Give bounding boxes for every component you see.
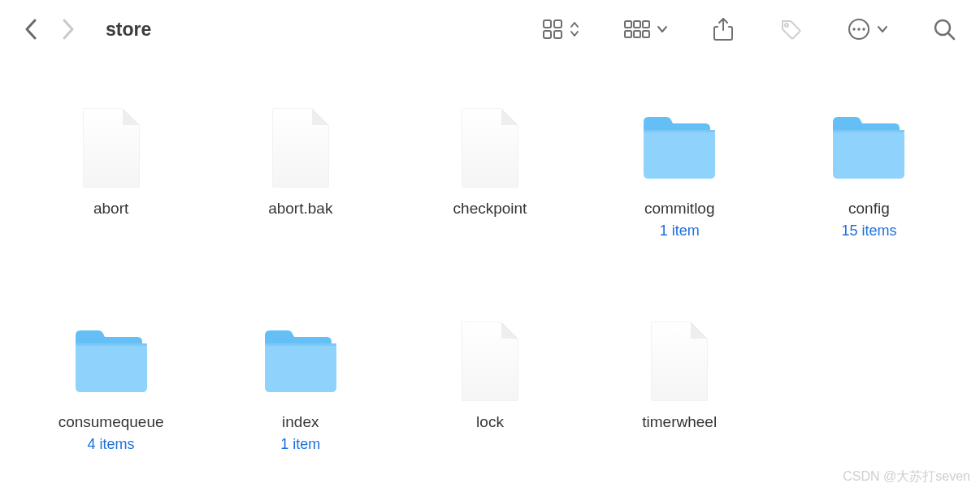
toolbar-controls — [542, 17, 956, 41]
svg-point-13 — [857, 28, 860, 30]
folder-title: store — [106, 19, 151, 41]
svg-rect-1 — [554, 20, 562, 28]
forward-button[interactable] — [62, 19, 75, 40]
file-icon — [260, 107, 341, 188]
svg-rect-3 — [554, 31, 562, 38]
back-button[interactable] — [24, 19, 37, 40]
item-meta: 1 item — [280, 436, 320, 453]
item-meta: 15 items — [841, 222, 896, 240]
chevron-down-icon — [877, 25, 888, 33]
svg-rect-7 — [625, 31, 631, 37]
share-icon — [713, 17, 734, 41]
item-consumequeue[interactable]: consumequeue 4 items — [24, 321, 197, 453]
item-abort[interactable]: abort — [24, 107, 197, 240]
search-button[interactable] — [933, 18, 956, 41]
item-label: consumequeue — [59, 413, 164, 431]
nav-buttons — [24, 19, 75, 40]
file-icon — [449, 107, 531, 188]
ellipsis-circle-icon — [848, 18, 870, 41]
item-meta: 4 items — [88, 436, 135, 453]
item-label: commitlog — [644, 200, 715, 218]
svg-rect-6 — [643, 21, 649, 28]
chevron-updown-icon — [570, 20, 579, 38]
group-button[interactable] — [624, 19, 668, 39]
watermark: CSDN @大苏打seven — [843, 468, 970, 486]
svg-rect-8 — [634, 31, 640, 37]
file-icon — [639, 321, 720, 402]
chevron-down-icon — [657, 25, 668, 33]
folder-icon — [260, 321, 341, 402]
item-label: timerwheel — [642, 413, 717, 431]
item-meta: 1 item — [660, 222, 700, 240]
item-index[interactable]: index 1 item — [214, 321, 387, 453]
item-label: abort.bak — [268, 200, 332, 218]
search-icon — [933, 18, 956, 41]
view-icons-button[interactable] — [542, 19, 579, 40]
svg-rect-9 — [643, 31, 649, 37]
share-button[interactable] — [713, 17, 734, 41]
svg-point-10 — [785, 24, 788, 27]
list-grid-icon — [624, 19, 650, 39]
item-label: lock — [476, 413, 504, 431]
item-label: config — [848, 200, 890, 218]
item-timerwheel[interactable]: timerwheel — [593, 321, 766, 453]
item-label: checkpoint — [453, 200, 527, 218]
svg-rect-0 — [544, 20, 551, 28]
svg-rect-2 — [544, 31, 551, 38]
toolbar: store — [0, 0, 980, 58]
file-icon — [71, 107, 152, 188]
svg-point-12 — [852, 28, 855, 30]
folder-icon — [639, 107, 720, 188]
grid-icon — [542, 19, 563, 40]
item-abort-bak[interactable]: abort.bak — [214, 107, 387, 240]
item-label: abort — [93, 200, 128, 218]
svg-point-14 — [862, 28, 865, 30]
folder-icon — [828, 107, 909, 188]
item-checkpoint[interactable]: checkpoint — [403, 107, 576, 240]
svg-rect-4 — [625, 21, 631, 28]
tags-button[interactable] — [778, 17, 803, 41]
content-grid: abort abort.bak checkpoint commitlog 1 i… — [0, 58, 980, 469]
more-button[interactable] — [848, 18, 888, 41]
item-commitlog[interactable]: commitlog 1 item — [593, 107, 766, 240]
item-lock[interactable]: lock — [403, 321, 576, 453]
folder-icon — [71, 321, 152, 402]
tag-icon — [778, 17, 803, 41]
svg-rect-5 — [634, 21, 640, 28]
item-label: index — [282, 413, 319, 431]
item-config[interactable]: config 15 items — [783, 107, 956, 240]
file-icon — [449, 321, 531, 402]
